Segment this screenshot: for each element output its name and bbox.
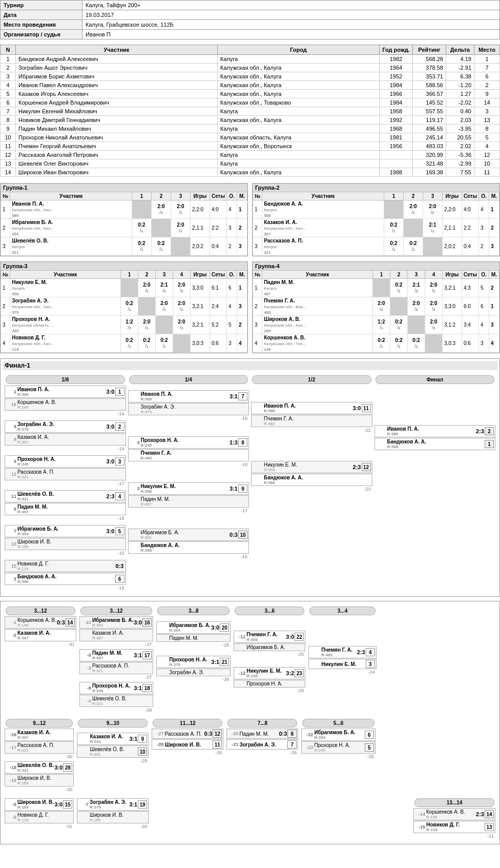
value-organizer: Иванов П (82, 30, 500, 39)
match-912-2: -18 Шевелёв О. В. R:321 3:0 28 -19 Широк… (5, 761, 74, 792)
round-14-header: 1/4 (129, 375, 248, 384)
p-pchemyan-34: Пчемян Г. А. R:483 2:3 4 (308, 646, 376, 658)
player-pchemyan-r14: Пчемян Г. А. R:483 (128, 449, 249, 461)
col-participant: Участник (16, 45, 218, 55)
group-row: 3 Шевелёв О. В.Калуга321 0:2/₁0:2/₁ 2,0:… (1, 237, 247, 256)
p-rasskazov-912: -17 Рассказов А. П. R:321 (5, 741, 74, 754)
participants-table: N Участник Город Год рожд. Рейтинг Дельт… (0, 45, 500, 177)
group-3-title: Группа-3 (1, 262, 247, 270)
label-tournament: Турнир (1, 1, 82, 10)
group-2-block: Группа-2 № Участник 1 2 3 Игры Сеты О. М… (252, 183, 500, 256)
p-shirokov-sh: Широков И. В. R:169 (77, 811, 149, 823)
lower-row-3: -5 Широков И. В. R:169 3:0 15 -6 Новиков… (5, 797, 495, 840)
match-78: -20 Падин М. М. 0:3 8 -21 Зограбян А. Э. (226, 729, 298, 755)
p-rasskazov-l: -3 Рассказов А. П. R:321 (79, 662, 153, 674)
group-row: 1 Бандюков А. А.Калуга568 2:0/₂2:0/₂ 2,2… (253, 200, 499, 219)
p-kazakov-912: -16 Казаков И. А. R:367 (5, 729, 74, 741)
group-1-table: № Участник 1 2 3 Игры Сеты О. М. 1 Ивано… (1, 192, 247, 256)
col-rating: Рейтинг (413, 45, 446, 55)
col-1112: 11...12 -27 Рассказов А. П. 0:3 12 -28 (152, 718, 223, 756)
player-shirokov-r18: 10 Широков И. В. R:169 (5, 538, 126, 550)
group-3-block: Группа-3 № Участник 1 2 3 4 Игры Сеты О.… (0, 261, 248, 353)
p-korshenkov-l: -1 Коршенков А. В. R:146 0:3 14 (5, 616, 76, 629)
group-row: 1 Иванов П. А.Калужская обл., Кал...589 … (1, 200, 247, 219)
label-organizer: Организатор / судья (1, 30, 82, 39)
col-312-2: 3...12 -10 Ибрагимов Б. А. R:354 3:0 16 (79, 605, 153, 715)
col-delta: Дельта (446, 45, 474, 55)
p-padin-38: Падин М. М. (156, 634, 231, 642)
match-1112: -27 Рассказов А. П. 0:3 12 -28 Широков И… (152, 729, 223, 755)
match-312-2c: -8 Прохоров Н. А. R:245 3:1 18 -4 Шевелё… (79, 682, 153, 713)
p-padin-78: -20 Падин М. М. 0:3 8 (226, 729, 298, 739)
p-nikulin-34: Никулин Е. М. 3 (308, 659, 376, 669)
player-nikulin-r14: 3 Никулин Е. М. R:558 3:1 9 (128, 482, 249, 495)
player-ivanov-final: Иванов П. А. R:589 2:3 2 (374, 425, 496, 437)
p-novikov-1314: -15 Новиков Д. Г. R:119 13 (413, 821, 495, 833)
label-venue: Место проведения (1, 20, 82, 30)
player-bandyukov2-r14: Бандюков А. А. R:568 (128, 541, 249, 554)
lower-row-1: 3...12 -1 Коршенков А. В. R:146 0:3 14 -… (5, 605, 495, 715)
p-prohorov-56: -23 Прохоров Н. А. R:245 5 (301, 741, 375, 754)
col-1314: 13...14 -14 Коршенков А. В. R:146 2:3 14… (413, 797, 495, 840)
lower-row-2: 9...12 -16 Казаков И. А. R:367 -17 Расск (5, 718, 495, 794)
group-4-title: Группа-4 (253, 262, 499, 270)
participant-row: 1 Бандюков Андрей Алексеевич Калуга 1982… (1, 55, 500, 64)
p-novikov-ex: -6 Новиков Д. Г. R:119 (5, 811, 74, 823)
group-row: 3 Широков А. В.Калужская обл., Кал...169… (253, 316, 499, 334)
participant-row: 12 Рассказов Анатолий Петрович Калуга 32… (1, 151, 500, 159)
group-row: 2 Пчемян Г. А.Калужская обл., Вор...483 … (253, 297, 499, 316)
final-1-section: Финал-1 1/8 1 Иванов П. А. R:589 3:0 1 1… (0, 358, 500, 597)
group-row: 3 Рассказов А. П.Калуга321 0:2/₁0:2/₁ 2,… (253, 237, 499, 256)
player-padin2-r14: Падин М. М. R:497 (128, 495, 249, 508)
p-kazakov-l: -2 Казаков И. А. R:367 (5, 629, 76, 641)
group-row: 2 Казаков И. А.Калужская обл., Кал...367… (253, 219, 499, 237)
lower-bracket-section: 3...12 -1 Коршенков А. В. R:146 0:3 14 -… (0, 601, 500, 844)
player-ivanov-r14: Иванов П. А. R:589 3:1 7 (128, 390, 249, 402)
col-zog-sh: -7 Зограбян А. Э. R:379 3:1 19 Широков И… (77, 797, 149, 830)
player-ivanov-r18: 1 Иванов П. А. R:589 3:0 1 (5, 386, 126, 398)
p-shirokov-ex: -5 Широков И. В. R:169 3:0 15 (5, 798, 74, 811)
match-r18-4: 11 Шевелёв О. В. R:321 2:3 4 6 Падин М. … (5, 490, 126, 521)
final-1-bracket: 1/8 1 Иванов П. А. R:589 3:0 1 16 Коршен… (3, 372, 497, 594)
player-prohorov-r18: 5 Прохоров Н. А. R:245 3:0 3 (5, 455, 126, 468)
p-kazakov2-l: Казаков И. А. R:367 (79, 629, 153, 641)
participant-row: 9 Падин Михаил Михайлович Калуга 1968 49… (1, 125, 500, 133)
match-r14-4: Ибрагимов Б. А. R:354 0:3 10 Бандюков А.… (128, 529, 249, 559)
player-ivanov-sf: Иванов П. А. R:589 3:0 11 (251, 402, 372, 414)
col-place: Место (474, 45, 500, 55)
group-4-table: № Участник 1 2 3 4 Игры Сеты О. М. 1 Пад… (253, 270, 499, 353)
match-36-1: -11 Пчемян Г. А. R:483 3:0 22 Ибрагимов … (234, 631, 305, 657)
player-korshenkov-r18: 16 Коршенков А. В. R:146 (5, 398, 126, 411)
player-shevelev-r18: 11 Шевелёв О. В. R:321 2:3 4 (5, 490, 126, 502)
p-ibragimov-l: -10 Ибрагимов Б. А. R:354 3:0 16 (79, 616, 153, 629)
p-shirokov-1112: -28 Широков И. В. 11 (152, 739, 223, 750)
col-56: 5...6 -22 Ибрагимов Б. А. R:354 6 -23 (301, 718, 375, 760)
p-rasskazov-1112: -27 Рассказов А. П. 0:3 12 (152, 729, 223, 739)
group-row: 4 Новиков Д. Г.Калужская обл., Кал...119… (1, 334, 247, 353)
p-tex-78: -21 Зограбян А. Э. 7 (226, 739, 298, 750)
value-date: 19.03.2017 (82, 10, 500, 20)
match-r18-2: 9 Зограбян А. Э. R:379 3:0 2 8 Казаков И… (5, 420, 126, 451)
match-34: Пчемян Г. А. R:483 2:3 4 Никулин Е. М. 3 (308, 646, 376, 675)
player-novikov-r18: 15 Новиков Д. Г. R:119 0:3 (5, 560, 126, 572)
col-city: Город (217, 45, 379, 55)
group-row: 1 Падин М. М.Калуга497 0:2/₁2:1/₂2:0/₂ 3… (253, 279, 499, 297)
player-zograbyan-r14: Зограбян А. Э. R:379 (128, 403, 249, 415)
p-ibragimov-56: -22 Ибрагимов Б. А. R:354 6 (301, 729, 375, 741)
p-padin-l: -9 Падин М. М. R:497 3:1 17 (79, 649, 153, 661)
p-ibragimov-38: Ибрагимов Б. А. R:354 3:0 20 (156, 621, 231, 634)
round-12-header: 1/2 (252, 375, 371, 384)
participant-row: 13 Шевелёв Олег Викторович Калуга 321.48… (1, 159, 500, 168)
match-38-2: Прохоров Н. А. R:379 3:1 21 Зограбян А. … (156, 656, 231, 682)
col-512-extra: -5 Широков И. В. R:169 3:0 15 -6 Новиков… (5, 797, 74, 830)
value-tournament: Калуга, Тайфун 200+ (82, 1, 500, 10)
participant-row: 8 Новиков Дмитрий Геннадиевич Калужская … (1, 116, 500, 125)
participant-row: 6 Коршенков Андрей Владимирович Калужска… (1, 98, 500, 107)
match-36-2: -12 Никулин Е. М. R:245 3:2 23 Прохоров … (234, 667, 305, 693)
col-912: 9...12 -16 Казаков И. А. R:367 -17 Расск (5, 718, 74, 794)
match-r14-2: 4 Прохоров Н. А. R:245 1:3 8 Пчемян Г. А… (128, 436, 249, 467)
col-312-1: 3...12 -1 Коршенков А. В. R:146 0:3 14 -… (5, 605, 76, 648)
player-rasskazov-r18: 12 Рассказов А. П. R:321 (5, 468, 126, 480)
match-zog-sh: -7 Зограбян А. Э. R:379 3:1 19 Широков И… (77, 798, 149, 829)
match-sf2: Никулин Е. М. R:558 2:3 12 Бандюков А. А… (251, 461, 372, 492)
